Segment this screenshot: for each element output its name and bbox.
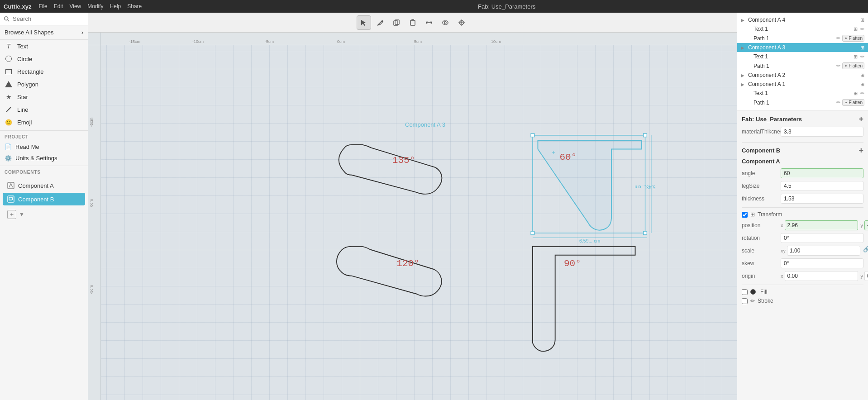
angle-label-3: 60° xyxy=(559,152,577,162)
origin-y-input[interactable] xyxy=(864,271,868,281)
tree-icon-link-a3[interactable]: ⊞ xyxy=(860,45,864,51)
menu-view[interactable]: View xyxy=(69,3,81,10)
tree-icon-pen-path1-a4[interactable]: ✏ xyxy=(836,35,840,41)
add-component-button[interactable]: + xyxy=(7,210,16,219)
origin-x-input[interactable] xyxy=(785,271,858,281)
shape-item-rectangle[interactable]: Rectangle xyxy=(0,65,88,78)
material-thickness-section: materialThikcness xyxy=(742,127,863,137)
tree-icon-edit-text1-a3[interactable]: ⊞ xyxy=(854,54,858,60)
pos-x-input[interactable] xyxy=(785,220,858,230)
shape-item-emoji[interactable]: 🙂 Emoji xyxy=(0,116,88,129)
tree-icon-pen-text1-a4[interactable]: ✏ xyxy=(860,26,864,32)
tree-icon-edit-text1-a4[interactable]: ⊞ xyxy=(854,26,858,32)
ruler-v-tick-1: -5cm xyxy=(89,118,94,127)
flatten-btn-path1-a3[interactable]: ⚬ Flatten xyxy=(842,62,864,69)
tree-item-comp-a3[interactable]: ▶ Component A 3 ⊞ xyxy=(737,43,868,52)
search-icon xyxy=(4,16,10,22)
menu-edit[interactable]: Edit xyxy=(54,3,63,10)
flatten-btn-path1-a1[interactable]: ⚬ Flatten xyxy=(842,99,864,106)
transform-checkbox[interactable] xyxy=(742,212,748,218)
tree-item-text1-a4[interactable]: Text 1 ⊞ ✏ xyxy=(737,24,868,33)
browse-all-shapes[interactable]: Browse All Shapes › xyxy=(0,25,88,40)
component-b-add-button[interactable]: + xyxy=(858,146,863,154)
component-b-item[interactable]: Component B xyxy=(3,193,85,205)
shape-item-text[interactable]: T Text xyxy=(0,40,88,52)
fill-checkbox[interactable] xyxy=(742,289,748,295)
origin-x-label: x xyxy=(781,273,783,279)
tree-expand-a1[interactable]: ▶ xyxy=(741,82,746,87)
stroke-label[interactable]: Stroke xyxy=(758,298,773,304)
menu-share[interactable]: Share xyxy=(127,3,142,10)
circle-shape-icon xyxy=(5,55,13,63)
tree-icon-pen-text1-a3[interactable]: ✏ xyxy=(860,54,864,60)
menu-modify[interactable]: Modify xyxy=(87,3,103,10)
tree-item-comp-a4[interactable]: ▶ Component A 4 ⊞ xyxy=(737,15,868,24)
tree-icon-link-a2[interactable]: ⊞ xyxy=(860,72,864,78)
fab-add-button[interactable]: + xyxy=(858,115,863,123)
tree-expand-a2[interactable]: ▶ xyxy=(741,73,746,78)
transform-label[interactable]: Transform xyxy=(758,211,782,218)
rotation-input[interactable] xyxy=(781,233,863,243)
material-thickness-row: materialThikcness xyxy=(742,127,863,137)
tree-icon-link-a4[interactable]: ⊞ xyxy=(860,17,864,23)
boolean-tool[interactable] xyxy=(438,15,453,30)
flatten-btn-path1-a4[interactable]: ⚬ Flatten xyxy=(842,35,864,42)
search-input[interactable] xyxy=(13,15,84,22)
transform-row: ⊞ Transform xyxy=(742,211,863,218)
pen-tool[interactable] xyxy=(373,15,387,30)
component-a-item[interactable]: Component A xyxy=(3,179,85,192)
shape-item-line[interactable]: Line xyxy=(0,103,88,116)
canvas-area: -15cm -10cm -5cm 0cm 5cm 10cm -5cm 0cm -… xyxy=(88,13,737,400)
angle-label-1: 135° xyxy=(392,155,415,166)
tree-item-text1-a3[interactable]: Text 1 ⊞ ✏ xyxy=(737,52,868,61)
canvas[interactable]: -15cm -10cm -5cm 0cm 5cm 10cm -5cm 0cm -… xyxy=(88,33,737,400)
tree-item-path1-a4[interactable]: Path 1 ✏ ⚬ Flatten xyxy=(737,33,868,43)
menu-file[interactable]: File xyxy=(38,3,47,10)
tree-expand-a4[interactable]: ▶ xyxy=(741,18,746,23)
shape-item-circle[interactable]: Circle xyxy=(0,52,88,65)
select-tool[interactable] xyxy=(357,15,371,30)
shape-item-polygon[interactable]: Polygon xyxy=(0,78,88,90)
selection-handle-br xyxy=(644,231,647,235)
angle-row: angle xyxy=(742,168,863,178)
tree-item-path1-a3[interactable]: Path 1 ✏ ⚬ Flatten xyxy=(737,61,868,71)
tree-icon-link-a1[interactable]: ⊞ xyxy=(860,81,864,87)
ruler-h-tick-5: 5cm xyxy=(413,39,422,45)
tree-expand-a3[interactable]: ▶ xyxy=(741,45,746,50)
tree-item-comp-a2[interactable]: ▶ Component A 2 ⊞ xyxy=(737,71,868,80)
svg-line-1 xyxy=(8,20,9,21)
svg-point-0 xyxy=(5,16,8,20)
tree-icon-edit-text1-a1[interactable]: ⊞ xyxy=(854,90,858,96)
component-a-title: Component A xyxy=(742,158,780,165)
tree-icon-pen-path1-a1[interactable]: ✏ xyxy=(836,100,840,105)
stroke-checkbox[interactable] xyxy=(742,298,748,304)
tree-item-comp-a1[interactable]: ▶ Component A 1 ⊞ xyxy=(737,80,868,89)
angle-input[interactable] xyxy=(781,168,863,178)
material-thickness-input[interactable] xyxy=(781,127,863,137)
scale-input[interactable] xyxy=(787,246,860,256)
menu-help[interactable]: Help xyxy=(110,3,121,10)
ruler-h-tick-2: -10cm xyxy=(191,39,204,45)
fill-label[interactable]: Fill xyxy=(760,289,767,295)
menu-bar: File Edit View Modify Help Share xyxy=(38,3,142,10)
scale-xy-label: xy xyxy=(781,248,786,253)
angle-label: angle xyxy=(742,170,778,176)
paste-tool[interactable] xyxy=(405,15,420,30)
components-section-header: COMPONENTS xyxy=(0,166,88,176)
tree-icon-pen-path1-a3[interactable]: ✏ xyxy=(836,63,840,69)
legsize-input[interactable] xyxy=(781,181,863,191)
thickness-input[interactable] xyxy=(781,194,863,204)
skew-input[interactable] xyxy=(781,258,863,268)
legsize-label: legSize xyxy=(742,183,778,189)
transform-tool[interactable] xyxy=(454,15,469,30)
shape-item-star[interactable]: ★ Star xyxy=(0,90,88,103)
transform-icon: ⊞ xyxy=(750,211,755,218)
tree-item-path1-a1[interactable]: Path 1 ✏ ⚬ Flatten xyxy=(737,98,868,107)
copy-tool[interactable] xyxy=(389,15,404,30)
pos-y-input[interactable] xyxy=(864,220,868,230)
units-settings-item[interactable]: ⚙️ Units & Settings xyxy=(0,152,88,164)
tree-item-text1-a1[interactable]: Text 1 ⊞ ✏ xyxy=(737,89,868,98)
tree-icon-pen-text1-a1[interactable]: ✏ xyxy=(860,90,864,96)
flip-tool[interactable] xyxy=(422,15,436,30)
read-me-item[interactable]: 📄 Read Me xyxy=(0,141,88,152)
